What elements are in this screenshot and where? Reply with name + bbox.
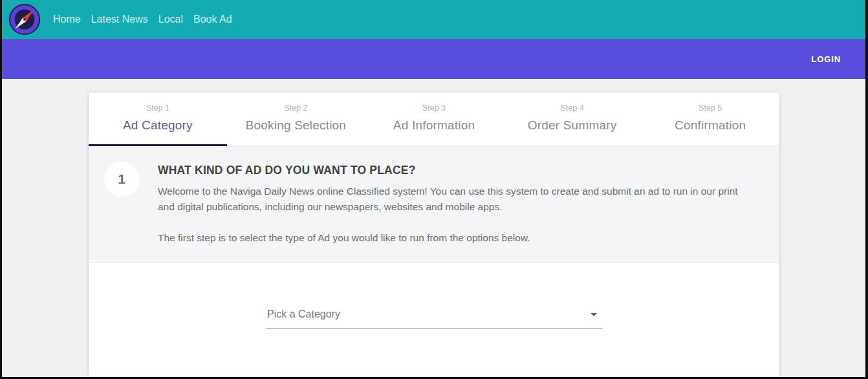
intro-section: 1 WHAT KIND OF AD DO YOU WANT TO PLACE? … [89, 146, 779, 263]
step-circle-badge: 1 [104, 162, 139, 197]
tab-label: Ad Category [89, 118, 227, 133]
intro-paragraph-1: Welcome to the Naviga Daily News online … [158, 184, 743, 215]
nav-item-local[interactable]: Local [153, 10, 188, 29]
intro-paragraph-2: The first step is to select the type of … [158, 230, 743, 246]
step-number-label: Step 3 [365, 103, 503, 113]
step-number-label: Step 2 [227, 103, 365, 113]
booking-wizard-card: Step 1 Ad Category Step 2 Booking Select… [89, 92, 779, 377]
tab-order-summary[interactable]: Step 4 Order Summary [503, 92, 642, 146]
nav-item-book-ad[interactable]: Book Ad [188, 10, 237, 29]
nav-item-latest-news[interactable]: Latest News [86, 10, 153, 29]
tab-label: Ad Information [365, 118, 503, 133]
step-tabs: Step 1 Ad Category Step 2 Booking Select… [89, 92, 779, 146]
tab-label: Booking Selection [227, 118, 365, 133]
tab-confirmation[interactable]: Step 5 Confirmation [641, 92, 779, 146]
step-circle-number: 1 [118, 171, 125, 187]
step-number-label: Step 4 [503, 103, 642, 113]
page: Home Latest News Local Book Ad LOGIN Ste… [2, 0, 865, 377]
tab-label: Confirmation [641, 118, 779, 133]
nav-item-home[interactable]: Home [48, 10, 86, 29]
dropdown-arrow-icon [591, 313, 597, 316]
login-button[interactable]: LOGIN [811, 54, 841, 64]
tab-ad-category[interactable]: Step 1 Ad Category [89, 92, 227, 146]
step-number-label: Step 1 [89, 103, 227, 113]
top-navbar: Home Latest News Local Book Ad [2, 0, 865, 39]
purple-header: LOGIN [2, 39, 865, 79]
category-select[interactable]: Pick a Category [266, 306, 602, 329]
tab-ad-information[interactable]: Step 3 Ad Information [365, 92, 503, 146]
tab-booking-selection[interactable]: Step 2 Booking Selection [227, 92, 365, 146]
section-heading: WHAT KIND OF AD DO YOU WANT TO PLACE? [158, 164, 743, 177]
compass-logo-icon[interactable] [8, 3, 41, 36]
step-number-label: Step 5 [641, 103, 779, 113]
category-form-area: Pick a Category [89, 263, 779, 329]
intro-text: WHAT KIND OF AD DO YOU WANT TO PLACE? We… [158, 162, 743, 246]
tab-label: Order Summary [503, 118, 642, 133]
category-select-value: Pick a Category [267, 309, 340, 320]
nav-links: Home Latest News Local Book Ad [48, 10, 237, 29]
